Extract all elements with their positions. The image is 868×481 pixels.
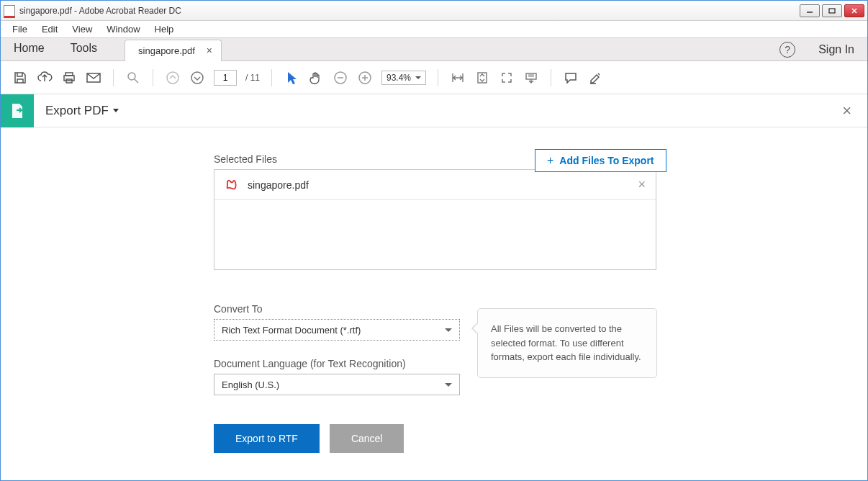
svg-point-11 [191,72,203,84]
cancel-button[interactable]: Cancel [330,424,404,453]
toolbar: / 11 93.4% [1,61,867,94]
search-icon[interactable] [125,70,141,86]
menu-edit[interactable]: Edit [36,22,63,37]
svg-rect-1 [829,9,835,13]
pdf-icon [225,178,239,192]
tab-tools[interactable]: Tools [58,37,110,60]
file-remove-icon[interactable]: × [638,177,646,192]
export-panel: Selected Files + Add Files To Export sin… [1,127,867,453]
document-tab-label: singapore.pdf [138,45,195,56]
language-dropdown[interactable]: English (U.S.) [214,374,460,395]
comment-icon[interactable] [563,70,579,86]
document-tab-close-icon[interactable]: × [207,45,212,56]
export-pdf-icon [1,94,34,127]
svg-point-8 [128,73,135,80]
export-close-icon[interactable]: × [842,102,851,120]
titlebar: singapore.pdf - Adobe Acrobat Reader DC [1,1,867,21]
mail-icon[interactable] [86,70,101,86]
file-row[interactable]: singapore.pdf × [214,170,656,200]
svg-line-9 [135,79,138,83]
sign-in-link[interactable]: Sign In [805,43,867,56]
export-pdf-header: Export PDF × [1,94,867,127]
hand-tool-icon[interactable] [308,70,324,86]
zoom-in-icon[interactable] [357,70,373,86]
close-button[interactable] [844,4,864,17]
action-row: Export to RTF Cancel [214,424,867,453]
page-total-label: / 11 [245,73,260,83]
maximize-button[interactable] [822,4,842,17]
file-list: singapore.pdf × [214,169,656,270]
app-icon [4,5,15,17]
zoom-level-dropdown[interactable]: 93.4% [381,71,426,85]
export-button[interactable]: Export to RTF [214,424,320,453]
info-tooltip: All Files will be converted to the selec… [477,308,657,378]
convert-to-value: Rich Text Format Document (*.rtf) [222,325,361,336]
window-title: singapore.pdf - Adobe Acrobat Reader DC [19,6,800,16]
add-files-label: Add Files To Export [559,155,654,166]
window-controls [800,4,864,17]
tabbar: Home Tools singapore.pdf × ? Sign In [1,38,867,61]
plus-icon: + [547,154,553,167]
menu-file[interactable]: File [6,22,33,37]
export-pdf-title[interactable]: Export PDF [45,104,119,118]
fullscreen-icon[interactable] [499,70,515,86]
fit-page-icon[interactable] [474,70,490,86]
tab-home[interactable]: Home [1,37,58,60]
page-down-icon[interactable] [189,70,205,86]
highlight-icon[interactable] [587,70,603,86]
menubar: File Edit View Window Help [1,21,867,38]
language-value: English (U.S.) [222,379,279,390]
export-pdf-title-label: Export PDF [45,104,109,118]
help-icon[interactable]: ? [779,42,795,58]
menu-help[interactable]: Help [149,22,180,37]
minimize-button[interactable] [800,4,820,17]
fit-width-icon[interactable] [450,70,466,86]
svg-rect-5 [64,76,74,81]
page-number-input[interactable] [214,70,237,86]
add-files-button[interactable]: + Add Files To Export [535,149,666,172]
zoom-out-icon[interactable] [333,70,348,86]
info-text: All Files will be converted to the selec… [491,323,641,362]
svg-point-10 [167,72,178,84]
menu-view[interactable]: View [66,22,98,37]
save-icon[interactable] [12,70,28,86]
page-up-icon[interactable] [165,70,181,86]
print-icon[interactable] [61,70,77,86]
zoom-value: 93.4% [386,73,411,83]
file-name: singapore.pdf [248,179,638,191]
read-mode-icon[interactable] [523,70,539,86]
menu-window[interactable]: Window [101,22,145,37]
document-tab[interactable]: singapore.pdf × [125,40,222,61]
convert-to-dropdown[interactable]: Rich Text Format Document (*.rtf) [214,319,460,341]
cloud-upload-icon[interactable] [37,70,53,86]
selection-tool-icon[interactable] [284,70,299,86]
